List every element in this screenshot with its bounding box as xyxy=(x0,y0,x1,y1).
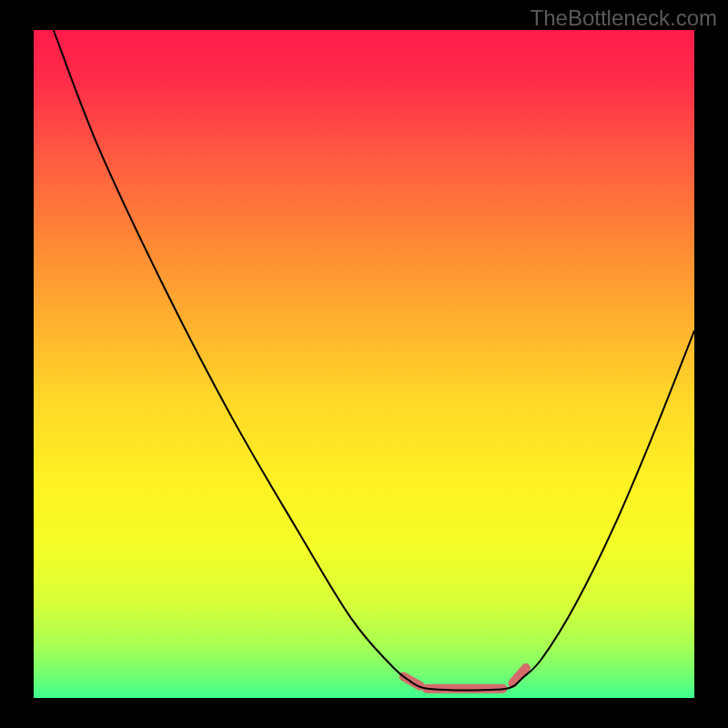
chart-svg xyxy=(0,0,728,728)
plot-background xyxy=(34,30,694,698)
chart-container: TheBottleneck.com xyxy=(0,0,728,728)
watermark-text: TheBottleneck.com xyxy=(531,5,717,31)
